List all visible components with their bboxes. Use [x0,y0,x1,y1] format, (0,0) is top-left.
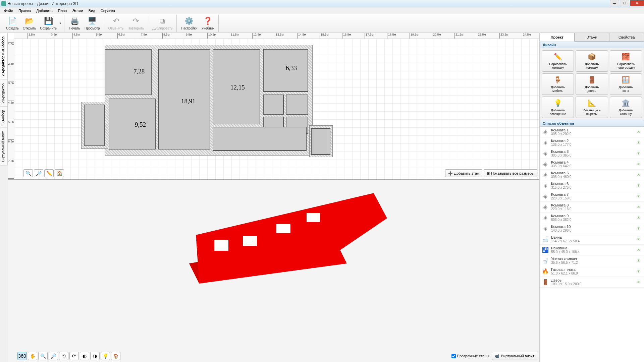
print-icon: 🖨️ [70,16,79,26]
visibility-toggle[interactable]: 👁 [637,226,642,231]
view-back-button[interactable]: ◑ [90,352,100,360]
tool-stairs[interactable]: 📐Лестницы ивырезы [576,97,608,118]
object-item[interactable]: ◈Комната 5303.0 x 480.0👁 [540,170,644,180]
vtab-2d[interactable]: 2D-редактор [0,80,8,107]
visibility-toggle[interactable]: 👁 [637,258,642,263]
open-button[interactable]: 📂Открыть [21,15,38,32]
object-list[interactable]: ◈Комната 1305.0 x 292.0👁◈Комната 2135.0 … [540,127,644,362]
zoom-out-button[interactable]: 🔍 [23,169,33,177]
zoom-out-3d-button[interactable]: 🔍 [38,352,48,360]
tool-add-light[interactable]: 💡Добавитьосвещение [542,97,574,118]
save-dropdown[interactable]: ▼ [59,22,62,25]
object-item[interactable]: ◈Комната 9603.0 x 382.0👁 [540,213,644,223]
zoom-in-3d-button[interactable]: 🔎 [49,352,58,360]
svg-marker-0 [189,193,387,284]
floorplan-canvas[interactable]: 7,2818,9112,156,339,52 🔍 🔎 ✏️ 🏠 ➕Добавит… [14,39,539,179]
sink-icon: 🚰 [542,246,549,254]
tool-add-col[interactable]: 🏛️Добавитьколонну [610,97,642,118]
door-icon: 🚪 [542,279,549,286]
vtab-combo[interactable]: 2D-редактор и 3D-обзор [0,33,8,80]
tutorial-icon: ❓ [203,16,213,26]
vtab-3d[interactable]: 3D-обзор [0,106,8,128]
save-button[interactable]: 💾Сохранить [38,15,59,32]
object-item[interactable]: 🛁Ванна154.2 x 67.5 x 50.4👁 [540,234,644,245]
app-icon [1,1,6,6]
create-button[interactable]: 📄Создать [4,15,21,32]
tool-draw-room[interactable]: ✏️Нарисоватькомнату [542,50,574,72]
menu-Файл[interactable]: Файл [1,8,16,13]
rtab-Свойства[interactable]: Свойства [609,33,644,42]
plan-toolbar: 🔍 🔎 ✏️ 🏠 [23,169,64,177]
window-title: Новый проект - Дизайн Интерьера 3D [7,1,78,6]
visibility-toggle[interactable]: 👁 [637,140,642,145]
visibility-toggle[interactable]: 👁 [637,216,642,220]
home-3d-button[interactable]: 🏠 [111,352,120,360]
rtab-Этажи[interactable]: Этажи [575,33,609,42]
minimize-button[interactable]: — [610,0,619,6]
room-icon: ◈ [542,150,549,157]
visibility-toggle[interactable]: 👁 [637,269,642,274]
light-button[interactable]: 💡 [101,352,110,360]
tool-draw-wall[interactable]: 🧱Нарисоватьперегородку [610,50,642,72]
object-item[interactable]: ◈Комната 10140.0 x 296.0👁 [540,223,644,234]
settings-button[interactable]: ⚙️Настройки [179,15,199,32]
rtab-Проект[interactable]: Проект [540,33,575,42]
right-panel: ПроектЭтажиСвойства Дизайн ✏️Нарисоватьк… [539,33,644,362]
toilet-icon: 🚽 [542,257,549,264]
zoom-in-button[interactable]: 🔎 [34,169,43,177]
tool-add-window[interactable]: 🪟Добавитьокно [610,73,642,95]
virtual-visit-button[interactable]: 📹Виртуальный визит [492,352,537,360]
room-icon: ◈ [542,203,549,211]
visibility-toggle[interactable]: 👁 [637,130,642,134]
object-item[interactable]: 🚽Унитаз компакт35.6 x 56.5 x 71.2👁 [540,255,644,266]
object-item[interactable]: 🚰Раковина55.0 x 45.0 x 108.4👁 [540,245,644,255]
visibility-toggle[interactable]: 👁 [637,280,642,285]
rotate-left-button[interactable]: ⟲ [59,352,68,360]
rotate-right-button[interactable]: ⟳ [69,352,79,360]
menu-Вид[interactable]: Вид [86,8,98,13]
tutorial-button[interactable]: ❓Учебник [200,15,216,32]
maximize-button[interactable]: ☐ [620,0,629,6]
visibility-toggle[interactable]: 👁 [637,205,642,209]
home-button[interactable]: 🏠 [55,169,64,177]
pan-button[interactable]: ✋ [28,352,37,360]
object-item[interactable]: ◈Комната 1305.0 x 292.0👁 [540,127,644,137]
object-item[interactable]: ◈Комната 3305.0 x 365.0👁 [540,148,644,159]
edit-button[interactable]: ✏️ [44,169,54,177]
view-front-button[interactable]: ◐ [80,352,89,360]
close-button[interactable]: ✕ [630,0,644,6]
visibility-toggle[interactable]: 👁 [637,183,642,188]
print-button[interactable]: 🖨️Печать [66,15,83,32]
rotate-360-button[interactable]: 360 [17,352,27,360]
menu-Правка[interactable]: Правка [16,8,34,13]
vtab-virt[interactable]: Виртуальный визит [0,128,8,166]
object-item[interactable]: ◈Комната 4335.0 x 642.0👁 [540,159,644,170]
object-item[interactable]: ◈Комната 8220.0 x 116.0👁 [540,202,644,213]
object-item[interactable]: ◈Комната 2135.0 x 177.0👁 [540,137,644,148]
svg-rect-2 [214,240,228,251]
tool-add-furn[interactable]: 🪑Добавитьмебель [542,73,574,95]
room-area-label: 7,28 [133,68,145,75]
visibility-toggle[interactable]: 👁 [637,162,642,167]
show-dimensions-button[interactable]: ⊞Показывать все размеры [484,169,537,177]
visibility-toggle[interactable]: 👁 [637,151,642,156]
menu-Справка[interactable]: Справка [98,8,118,13]
visibility-toggle[interactable]: 👁 [637,173,642,177]
visibility-toggle[interactable]: 👁 [637,237,642,242]
transparent-walls-checkbox[interactable]: Прозрачные стены [451,354,489,358]
object-item[interactable]: 🚪Дверь100.0 x 15.0 x 200.0👁 [540,277,644,288]
redo-icon: ↷ [131,16,141,26]
view-3d-canvas[interactable]: 360 ✋ 🔍 🔎 ⟲ ⟳ ◐ ◑ 💡 🏠 Прозрачные стены 📹… [8,180,539,362]
menu-Этажи[interactable]: Этажи [69,8,86,13]
object-item[interactable]: 🔥Газовая плита51.0 x 62.1 x 86.9👁 [540,266,644,277]
add-floor-button[interactable]: ➕Добавить этаж [445,169,482,177]
object-item[interactable]: ◈Комната 7220.0 x 159.0👁 [540,191,644,202]
object-item[interactable]: ◈Комната 6315.0 x 275.0👁 [540,180,644,191]
tool-add-room[interactable]: 📦Добавитькомнату [576,50,608,72]
visibility-toggle[interactable]: 👁 [637,194,642,199]
menu-Добавить[interactable]: Добавить [34,8,55,13]
tool-add-door[interactable]: 🚪Добавитьдверь [576,73,608,95]
preview-button[interactable]: 🖥️Просмотр [83,15,102,32]
visibility-toggle[interactable]: 👁 [637,248,642,252]
menu-План[interactable]: План [55,8,70,13]
